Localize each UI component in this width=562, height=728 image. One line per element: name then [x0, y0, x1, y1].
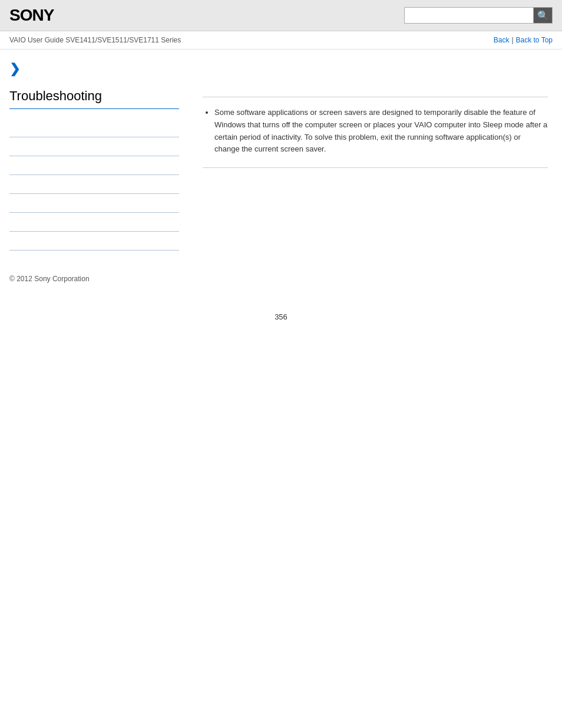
- search-button[interactable]: 🔍: [534, 7, 553, 24]
- footer: © 2012 Sony Corporation: [0, 262, 562, 295]
- nav-separator: |: [511, 36, 513, 44]
- breadcrumb: VAIO User Guide SVE1411/SVE1511/SVE1711 …: [9, 36, 181, 44]
- header: SONY 🔍: [0, 0, 562, 31]
- content-separator-top: [203, 97, 548, 97]
- list-item: Some software applications or screen sav…: [214, 107, 548, 156]
- sidebar-link-5[interactable]: [9, 194, 179, 213]
- back-link[interactable]: Back: [494, 36, 510, 44]
- content-separator-bottom: [203, 167, 548, 168]
- page-number: 356: [0, 295, 562, 333]
- sidebar-link-3[interactable]: [9, 156, 179, 175]
- sidebar: ❯ Troubleshooting: [0, 50, 189, 262]
- section-title: Troubleshooting: [9, 88, 179, 109]
- copyright: © 2012 Sony Corporation: [9, 275, 90, 283]
- nav-links: Back | Back to Top: [494, 36, 553, 44]
- bullet-list: Some software applications or screen sav…: [203, 107, 548, 156]
- main-content: ❯ Troubleshooting Some software applicat…: [0, 50, 562, 262]
- search-area: 🔍: [404, 7, 553, 24]
- sidebar-link-4[interactable]: [9, 175, 179, 194]
- content-section: Some software applications or screen sav…: [203, 107, 548, 156]
- search-icon: 🔍: [537, 10, 549, 21]
- sidebar-link-7[interactable]: [9, 232, 179, 251]
- content-area: Some software applications or screen sav…: [189, 50, 562, 262]
- sony-logo: SONY: [9, 6, 54, 25]
- sidebar-link-2[interactable]: [9, 137, 179, 156]
- back-to-top-link[interactable]: Back to Top: [516, 36, 553, 44]
- sidebar-link-1[interactable]: [9, 118, 179, 137]
- chevron-icon[interactable]: ❯: [9, 61, 179, 77]
- sidebar-link-6[interactable]: [9, 213, 179, 232]
- nav-bar: VAIO User Guide SVE1411/SVE1511/SVE1711 …: [0, 31, 562, 50]
- search-input[interactable]: [404, 7, 534, 24]
